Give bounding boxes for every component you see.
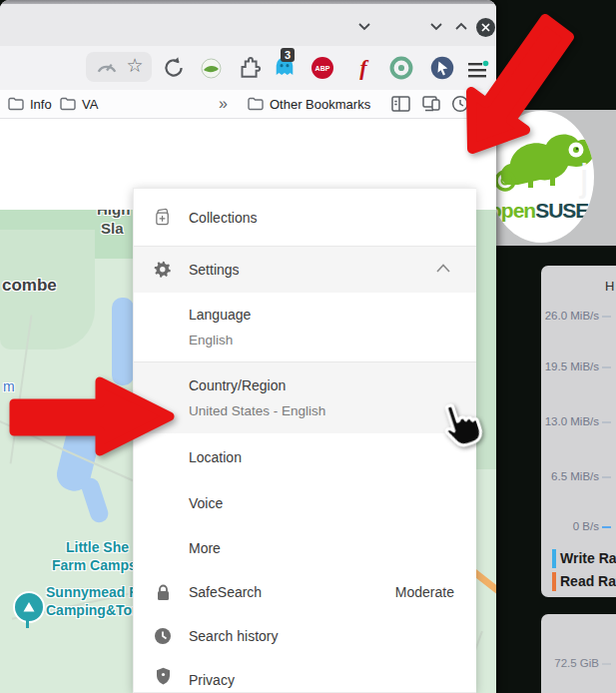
menu-item-label: Voice	[189, 495, 223, 511]
puzzle-extensions-icon[interactable]	[236, 55, 262, 81]
menu-item-country-region[interactable]: Country/Region United States - English	[134, 362, 476, 433]
close-button[interactable]	[476, 18, 495, 37]
map-place-label: High	[97, 210, 130, 218]
collections-icon	[154, 209, 172, 227]
menu-item-label: Settings	[189, 262, 240, 278]
map-water	[112, 298, 134, 385]
history-clock-icon[interactable]	[451, 95, 469, 113]
ytick-6: 6.5 MiB/s	[551, 470, 599, 482]
menu-item-privacy[interactable]: Privacy	[134, 658, 476, 693]
sidebar-panel-icon[interactable]	[391, 95, 410, 113]
safesearch-value: Moderate	[395, 584, 454, 600]
axis-tick	[602, 663, 611, 665]
monitor-title-partial: H	[605, 279, 614, 294]
titlebar[interactable]	[0, 4, 496, 46]
ytick-13: 13.0 MiB/s	[545, 415, 599, 427]
map-water	[79, 475, 110, 524]
campground-pin-icon[interactable]	[13, 591, 45, 623]
map-poi-label: Little She	[66, 539, 129, 555]
partial-letter: j	[580, 157, 588, 200]
menu-item-language[interactable]: Language English	[134, 293, 476, 361]
bookmarks-overflow-chevron[interactable]: »	[219, 95, 228, 113]
menu-item-collections[interactable]: Collections	[134, 189, 476, 246]
map-poi-label: Sunnymead Fa	[46, 584, 146, 600]
menu-item-label: Language	[189, 307, 251, 323]
axis-tick	[602, 316, 611, 318]
pin-stem	[26, 619, 29, 628]
chameleon-icon	[488, 119, 594, 209]
menu-item-value: United States - English	[189, 403, 325, 418]
axis-tick	[602, 421, 611, 423]
bookmark-label: Info	[30, 97, 52, 112]
menu-item-more[interactable]: More	[134, 525, 476, 570]
flash-icon[interactable]: f	[350, 55, 376, 81]
write-rate-swatch	[552, 549, 556, 568]
pointer-extension-icon[interactable]	[429, 55, 455, 81]
menu-icon[interactable]	[465, 57, 491, 83]
opensuse-logo: openSUSE	[488, 111, 594, 243]
read-rate-swatch	[552, 572, 556, 591]
tab-dropdown-icon[interactable]	[354, 16, 374, 36]
other-bookmarks[interactable]: Other Bookmarks	[248, 95, 370, 113]
settings-dropdown-menu: Collections Settings Language English Co…	[133, 188, 476, 693]
bookmark-star-icon[interactable]: ☆	[122, 52, 148, 78]
axis-tick	[602, 366, 611, 368]
close-icon	[476, 18, 495, 37]
chevron-up-icon	[436, 264, 450, 273]
browser-toolbar: ☆ 3 ABP f	[0, 46, 496, 90]
adblock-plus-icon[interactable]: ABP	[309, 55, 335, 81]
menu-item-settings[interactable]: Settings	[134, 247, 476, 293]
extension-badge: 3	[281, 48, 295, 62]
folder-icon	[8, 97, 24, 111]
menu-item-label: More	[189, 540, 221, 556]
refresh-icon[interactable]	[161, 55, 187, 81]
menu-item-voice[interactable]: Voice	[134, 480, 476, 525]
minimize-chevron-icon[interactable]	[426, 16, 446, 36]
map-poi-label: Farm Camps	[52, 557, 137, 573]
system-monitor-panel: H 26.0 MiB/s 19.5 MiB/s 13.0 MiB/s 6.5 M…	[541, 266, 616, 597]
other-bookmarks-label: Other Bookmarks	[270, 97, 370, 112]
system-monitor-panel-2: 72.5 GiB	[541, 614, 616, 693]
menu-item-label: Search history	[189, 628, 278, 644]
map-place-label: m	[3, 378, 15, 394]
logo-wordmark: openSUSE	[489, 199, 588, 223]
speedometer-icon[interactable]	[94, 54, 120, 80]
address-bar[interactable]: ☆	[86, 52, 152, 82]
write-rate-legend: Write Rate	[560, 550, 616, 566]
menu-item-value: English	[189, 333, 233, 347]
privacy-badger-icon[interactable]	[388, 55, 414, 81]
menu-item-label: Collections	[189, 210, 257, 226]
screen: openSUSE j H 26.0 MiB/s 19.5 MiB/s 13.0 …	[0, 0, 616, 693]
ytick-26: 26.0 MiB/s	[545, 310, 599, 322]
extension-green-icon[interactable]	[198, 55, 224, 81]
menu-item-label: Country/Region	[189, 377, 286, 393]
axis-tick-zero	[602, 526, 611, 528]
gear-icon	[154, 261, 172, 279]
folder-icon	[248, 97, 264, 111]
map-place-label: combe	[2, 276, 57, 296]
bookmarks-bar: Info VA » Other Bookmarks	[0, 90, 496, 119]
lock-icon	[154, 583, 172, 601]
menu-item-location[interactable]: Location	[134, 433, 476, 480]
axis-tick	[602, 476, 611, 478]
ytick-19: 19.5 MiB/s	[545, 360, 599, 372]
read-rate-legend: Read Rate	[560, 573, 616, 589]
menu-item-label: Privacy	[189, 672, 235, 688]
map-poi-label: Camping&Tour	[46, 602, 146, 618]
bookmark-folder-info[interactable]: Info	[8, 95, 52, 113]
folder-icon	[60, 97, 76, 111]
menu-item-label: Location	[189, 449, 242, 465]
maximize-chevron-icon[interactable]	[451, 16, 471, 36]
device-connect-icon[interactable]	[421, 95, 441, 113]
bookmark-folder-va[interactable]: VA	[60, 95, 98, 113]
menu-item-search-history[interactable]: Search history	[134, 614, 476, 658]
menu-item-safesearch[interactable]: SafeSearch Moderate	[134, 570, 476, 614]
disk-capacity-label: 72.5 GiB	[554, 657, 599, 669]
browser-window: ☆ 3 ABP f Info VA	[0, 0, 496, 693]
menu-item-label: SafeSearch	[189, 584, 262, 600]
map-place-label: Sla	[101, 220, 124, 237]
ytick-0: 0 B/s	[573, 520, 599, 532]
bookmark-label: VA	[82, 97, 98, 112]
clock-icon	[154, 627, 172, 645]
shield-icon	[154, 667, 172, 685]
